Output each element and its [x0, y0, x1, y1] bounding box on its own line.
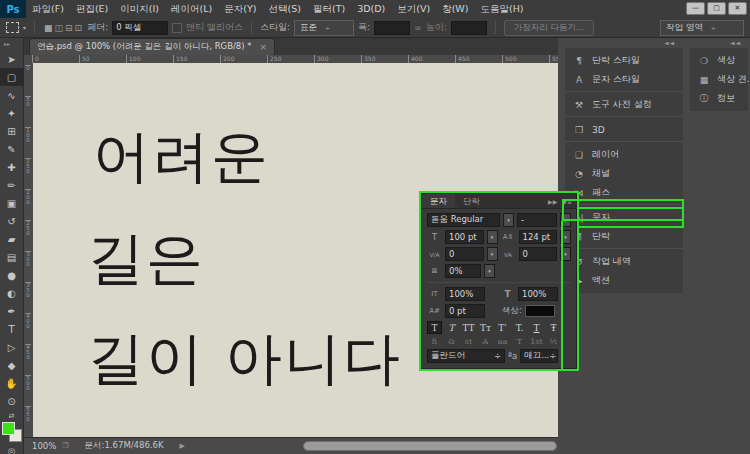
dock-collapse-icon[interactable]: ◄◄	[664, 39, 675, 46]
dodge-tool[interactable]: ◐	[0, 284, 23, 302]
caret-icon[interactable]: ▾	[560, 247, 571, 261]
panel-swatches[interactable]: ▦ 색상 견...	[690, 70, 748, 89]
intersect-selection-icon[interactable]: ⊡	[74, 23, 84, 33]
eyedropper-tool[interactable]: ✎	[0, 140, 23, 158]
link-dimensions-icon[interactable]: ∞	[414, 23, 422, 33]
baseline-shift-input[interactable]: 0 pt	[445, 304, 485, 318]
tsume-input[interactable]: 0%	[445, 264, 481, 278]
swash-button[interactable]: A	[478, 337, 493, 346]
superscript-button[interactable]: Tˈ	[495, 321, 510, 334]
leading-input[interactable]: 124 pt	[519, 230, 558, 244]
panel-layers[interactable]: ❏ 레이어	[565, 145, 683, 164]
subscript-button[interactable]: T.	[512, 321, 527, 334]
panel-paragraph[interactable]: ¶ 단락	[565, 227, 683, 246]
close-button[interactable]: ✕	[728, 2, 747, 15]
font-size-input[interactable]: 100 pt	[445, 230, 484, 244]
discretionary-ligatures-button[interactable]: st	[461, 337, 476, 346]
caret-icon[interactable]: ▾	[487, 247, 498, 261]
panel-menu-icon[interactable]: ▼≡	[562, 198, 572, 205]
underline-button[interactable]: T	[529, 321, 544, 334]
horizontal-scrollbar[interactable]	[303, 441, 557, 451]
ligatures-button[interactable]: fi	[427, 337, 442, 346]
collapse-panel-icon[interactable]: ▶▶	[548, 198, 557, 205]
faux-italic-button[interactable]: T	[444, 321, 459, 334]
fractions-button[interactable]: ½	[546, 337, 561, 346]
titling-alternates-button[interactable]: T	[512, 337, 527, 346]
panel-history[interactable]: ↺ 작업 내역	[565, 252, 683, 271]
dock-collapse-icon[interactable]: ◄◄	[730, 39, 741, 46]
magic-wand-tool[interactable]: ✦	[0, 104, 23, 122]
maximize-button[interactable]: ▢	[707, 2, 726, 15]
anti-alias-checkbox[interactable]	[172, 23, 182, 33]
height-input[interactable]	[451, 21, 487, 35]
zoom-level[interactable]: 100%	[32, 441, 56, 451]
export-icon[interactable]: ❐	[62, 442, 68, 450]
status-arrow-icon[interactable]: ▶	[180, 442, 185, 450]
menu-item[interactable]: 도움말(H)	[474, 0, 529, 18]
toolbar-collapse-icon[interactable]: ▸▸	[0, 38, 23, 50]
refine-edge-button[interactable]: 가장자리 다듬기...	[504, 20, 594, 36]
panel-color[interactable]: ❍ 색상	[690, 51, 748, 70]
add-selection-icon[interactable]: ◫	[54, 23, 65, 33]
panel-actions[interactable]: ▶ 액션	[565, 271, 683, 290]
stylistic-alternates-button[interactable]: aa	[495, 337, 510, 346]
caret-icon[interactable]: ▾	[560, 213, 571, 227]
menu-item[interactable]: 창(W)	[436, 0, 474, 18]
workspace-select[interactable]: 작업 영역 ÷	[660, 20, 744, 36]
faux-bold-button[interactable]: T	[427, 321, 442, 334]
hand-tool[interactable]: ✋	[0, 374, 23, 392]
menu-item[interactable]: 필터(T)	[307, 0, 351, 18]
width-input[interactable]	[374, 21, 410, 35]
subtract-selection-icon[interactable]: ⊟	[64, 23, 74, 33]
eraser-tool[interactable]: ▰	[0, 230, 23, 248]
feather-input[interactable]: 0 픽셀	[112, 21, 168, 35]
minimize-button[interactable]: —	[686, 2, 705, 15]
all-caps-button[interactable]: TT	[461, 321, 476, 334]
contextual-alternates-button[interactable]: &	[444, 337, 459, 346]
shape-tool[interactable]: ◆	[0, 356, 23, 374]
menu-item[interactable]: 3D(D)	[351, 0, 391, 18]
anti-alias-select[interactable]: 매끄... ÷	[520, 349, 558, 363]
caret-icon[interactable]: ▾	[560, 230, 571, 244]
panel-paths[interactable]: ⋈ 패스	[565, 183, 683, 202]
tracking-input[interactable]: 0	[519, 247, 558, 261]
font-family-select[interactable]: 돋움 Regular	[427, 213, 500, 227]
pen-tool[interactable]: ✒	[0, 302, 23, 320]
document-tab[interactable]: 연습.psd @ 100% (어려운 길은 길이 아니다, RGB/8) * ×	[29, 38, 275, 55]
menu-item[interactable]: 문자(Y)	[218, 0, 262, 18]
language-select[interactable]: 폴란드어 ÷	[427, 349, 505, 363]
panel-channels[interactable]: ◔ 채널	[565, 164, 683, 183]
text-color-swatch[interactable]	[525, 305, 555, 317]
quick-mask-icon[interactable]: ◎	[0, 446, 23, 454]
kerning-input[interactable]: 0	[445, 247, 484, 261]
strikethrough-button[interactable]: Ŧ	[546, 321, 561, 334]
menu-item[interactable]: 파일(F)	[26, 0, 70, 18]
panel-character-styles[interactable]: A 문자 스타일	[565, 70, 683, 89]
tab-paragraph[interactable]: 단락	[455, 194, 488, 208]
panel-info[interactable]: ⓘ 정보	[690, 89, 748, 108]
rectangular-marquee-tool[interactable]: ▢	[0, 68, 23, 86]
lasso-tool[interactable]: ∿	[0, 86, 23, 104]
tab-close-icon[interactable]: ×	[260, 42, 268, 52]
move-tool[interactable]: ➤	[0, 50, 23, 68]
blur-tool[interactable]: ●	[0, 266, 23, 284]
small-caps-button[interactable]: Tᴛ	[478, 321, 493, 334]
path-selection-tool[interactable]: ▷	[0, 338, 23, 356]
menu-item[interactable]: 편집(E)	[70, 0, 114, 18]
vertical-scale-input[interactable]: 100%	[445, 287, 485, 301]
marquee-tool-thumbnail-icon[interactable]	[6, 22, 19, 33]
type-tool[interactable]: T	[0, 320, 23, 338]
font-style-select[interactable]: -	[517, 213, 557, 227]
menu-item[interactable]: 선택(S)	[262, 0, 306, 18]
clone-stamp-tool[interactable]: ▣	[0, 194, 23, 212]
caret-icon[interactable]: ▾	[484, 264, 495, 278]
panel-character[interactable]: A| 문자	[565, 208, 683, 227]
style-select[interactable]: 표준 ÷	[294, 20, 354, 36]
crop-tool[interactable]: ⊞	[0, 122, 23, 140]
brush-tool[interactable]: ✏	[0, 176, 23, 194]
tab-character[interactable]: 문자	[422, 194, 455, 208]
new-selection-icon[interactable]: ■	[43, 23, 54, 33]
ordinals-button[interactable]: 1st	[529, 337, 544, 346]
gradient-tool[interactable]: ▤	[0, 248, 23, 266]
swap-colors-icon[interactable]: ⇄	[0, 412, 23, 420]
